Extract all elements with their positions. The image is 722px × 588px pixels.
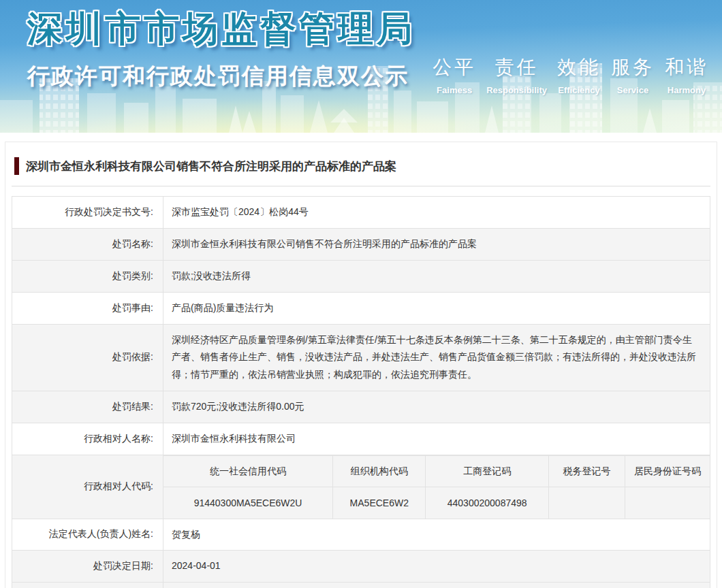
row-label: 处罚依据: xyxy=(12,324,163,391)
brand: 深圳市市场监督管理局 行政许可和行政处罚信用信息双公示 xyxy=(27,5,415,92)
row-label: 处罚事由: xyxy=(12,292,163,324)
row-label: 行政处罚决定书文号: xyxy=(12,197,163,229)
case-title-block: 深圳市金恒永利科技有限公司销售不符合所注明采用的产品标准的产品案 xyxy=(14,157,708,175)
site-header: 深圳市市场监督管理局 行政许可和行政处罚信用信息双公示 公平Faimess责任R… xyxy=(0,0,722,133)
row-label: 行政相对人名称: xyxy=(12,423,163,455)
slogan-cn: 效能 xyxy=(557,54,601,80)
row-value: 产品(商品)质量违法行为 xyxy=(163,292,710,324)
slogan-pair: 公平Faimess xyxy=(433,54,476,95)
slogan-cn: 服务 xyxy=(611,54,655,80)
row-label: 处罚机关: xyxy=(12,583,163,588)
slogan-en: Service xyxy=(617,85,648,95)
title-accent-bar xyxy=(14,157,19,175)
table-row: 处罚事由:产品(商品)质量违法行为 xyxy=(12,292,710,324)
page-title: 深圳市金恒永利科技有限公司销售不符合所注明采用的产品标准的产品案 xyxy=(26,159,396,174)
codes-column-header: 统一社会信用代码 xyxy=(163,456,333,487)
codes-value-row: 91440300MA5ECE6W2UMA5ECE6W24403002000874… xyxy=(163,487,710,519)
slogan-cn: 和谐 xyxy=(665,54,708,80)
row-label: 处罚结果: xyxy=(12,391,163,423)
table-row: 处罚依据:深圳经济特区产品质量管理条例/第五章法律责任/第五十七条违反本条例第二… xyxy=(12,324,710,391)
content-box: 深圳市金恒永利科技有限公司销售不符合所注明采用的产品标准的产品案 行政处罚决定书… xyxy=(5,142,717,588)
title-divider xyxy=(12,186,710,186)
row-value: 深圳市市场监督管理局宝安监管局 xyxy=(163,583,710,588)
codes-value-cell: MA5ECE6W2 xyxy=(333,487,426,519)
slogan-pair: 服务Service xyxy=(611,54,655,95)
row-value: 贺复杨 xyxy=(163,519,710,551)
table-row: 行政相对人名称:深圳市金恒永利科技有限公司 xyxy=(12,423,710,455)
row-label: 处罚名称: xyxy=(12,228,163,260)
table-row: 处罚结果:罚款720元;没收违法所得0.00元 xyxy=(12,391,710,423)
row-value: 罚款;没收违法所得 xyxy=(163,260,710,292)
row-label: 行政相对人代码: xyxy=(12,455,163,519)
row-value: 深圳经济特区产品质量管理条例/第五章法律责任/第五十七条违反本条例第二十三条、第… xyxy=(163,324,710,391)
table-row: 行政处罚决定书文号:深市监宝处罚〔2024〕松岗44号 xyxy=(12,197,710,229)
row-label: 法定代表人(负责人)姓名: xyxy=(12,519,163,551)
codes-value-cell: 440300200087498 xyxy=(426,487,548,519)
slogan-pair: 责任Responsibility xyxy=(486,54,547,95)
slogan-cn: 责任 xyxy=(495,54,539,80)
row-value: 深圳市金恒永利科技有限公司销售不符合所注明采用的产品标准的产品案 xyxy=(163,228,710,260)
codes-column-header: 税务登记号 xyxy=(548,456,625,487)
table-row: 处罚机关:深圳市市场监督管理局宝安监管局 xyxy=(12,583,710,588)
slogan-en: Harmony xyxy=(668,85,706,95)
codes-table: 统一社会信用代码组织机构代码工商登记码税务登记号居民身份证号码91440300M… xyxy=(163,455,710,519)
slogan-cn: 公平 xyxy=(433,54,476,80)
slogan-en: Faimess xyxy=(437,85,472,95)
codes-column-header: 工商登记码 xyxy=(426,456,548,487)
slogan-strip: 公平Faimess责任Responsibility效能Efficiency服务S… xyxy=(433,54,708,95)
codes-table-cell: 统一社会信用代码组织机构代码工商登记码税务登记号居民身份证号码91440300M… xyxy=(163,455,710,519)
slogan-en: Efficiency xyxy=(558,85,599,95)
codes-value-cell xyxy=(548,487,625,519)
site-subtitle: 行政许可和行政处罚信用信息双公示 xyxy=(27,61,415,92)
row-value: 深市监宝处罚〔2024〕松岗44号 xyxy=(163,197,710,229)
row-label: 处罚类别: xyxy=(12,260,163,292)
table-row: 处罚决定日期:2024-04-01 xyxy=(12,551,710,583)
table-row: 法定代表人(负责人)姓名:贺复杨 xyxy=(12,519,710,551)
row-value: 罚款720元;没收违法所得0.00元 xyxy=(163,391,710,423)
codes-header-row: 统一社会信用代码组织机构代码工商登记码税务登记号居民身份证号码 xyxy=(163,456,710,487)
penalty-info-table: 行政处罚决定书文号:深市监宝处罚〔2024〕松岗44号处罚名称:深圳市金恒永利科… xyxy=(12,196,710,588)
table-row: 处罚类别:罚款;没收违法所得 xyxy=(12,260,710,292)
slogan-pair: 和谐Harmony xyxy=(665,54,708,95)
slogan-pair: 效能Efficiency xyxy=(557,54,601,95)
row-label: 处罚决定日期: xyxy=(12,551,163,583)
table-row: 处罚名称:深圳市金恒永利科技有限公司销售不符合所注明采用的产品标准的产品案 xyxy=(12,228,710,260)
slogan-en: Responsibility xyxy=(486,85,547,95)
codes-value-cell: 91440300MA5ECE6W2U xyxy=(163,487,333,519)
codes-column-header: 组织机构代码 xyxy=(333,456,426,487)
row-value: 2024-04-01 xyxy=(163,551,710,583)
codes-column-header: 居民身份证号码 xyxy=(625,456,710,487)
codes-value-cell xyxy=(625,487,710,519)
site-title: 深圳市市场监督管理局 xyxy=(27,5,415,53)
row-value: 深圳市金恒永利科技有限公司 xyxy=(163,423,710,455)
codes-row: 行政相对人代码:统一社会信用代码组织机构代码工商登记码税务登记号居民身份证号码9… xyxy=(12,455,710,519)
